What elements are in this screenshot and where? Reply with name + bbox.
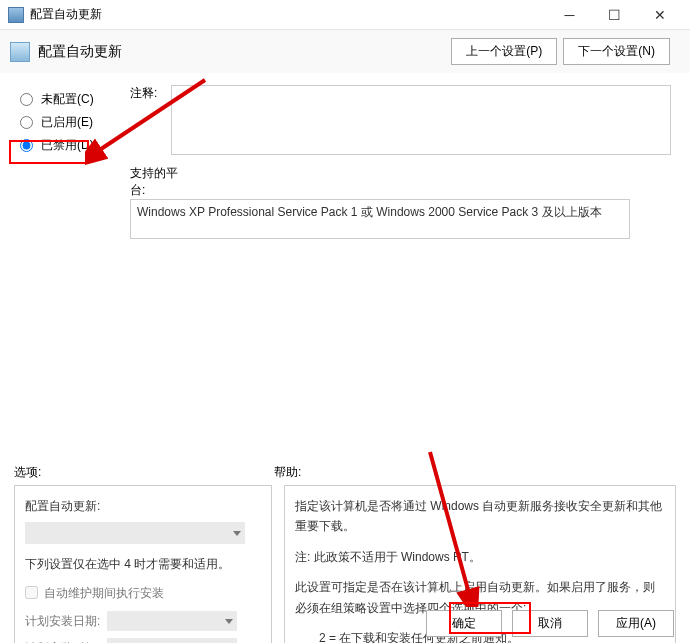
schedule-time-dropdown[interactable] bbox=[107, 638, 237, 643]
comment-label: 注释: bbox=[130, 85, 168, 102]
radio-label: 未配置(C) bbox=[41, 91, 94, 108]
radio-label: 已禁用(D) bbox=[41, 137, 94, 154]
options-label: 选项: bbox=[14, 464, 274, 481]
cancel-button[interactable]: 取消 bbox=[512, 610, 588, 637]
state-radio-group: 未配置(C) 已启用(E) 已禁用(D) bbox=[0, 73, 110, 154]
schedule-time-row: 计划安装时间: bbox=[25, 638, 261, 643]
minimize-button[interactable]: ─ bbox=[547, 0, 592, 30]
radio-enabled[interactable]: 已启用(E) bbox=[20, 114, 100, 131]
schedule-date-dropdown[interactable] bbox=[107, 611, 237, 631]
platform-text: Windows XP Professional Service Pack 1 或… bbox=[130, 199, 630, 239]
prev-setting-button[interactable]: 上一个设置(P) bbox=[451, 38, 557, 65]
options-panel: 配置自动更新: 下列设置仅在选中 4 时才需要和适用。 自动维护期间执行安装 计… bbox=[14, 485, 272, 643]
help-p1: 指定该计算机是否将通过 Windows 自动更新服务接收安全更新和其他重要下载。 bbox=[295, 496, 665, 537]
ok-button[interactable]: 确定 bbox=[426, 610, 502, 637]
update-mode-dropdown[interactable] bbox=[25, 522, 245, 544]
titlebar: 配置自动更新 ─ ☐ ✕ bbox=[0, 0, 690, 30]
note-text: 下列设置仅在选中 4 时才需要和适用。 bbox=[25, 554, 261, 574]
help-p2: 注: 此政策不适用于 Windows RT。 bbox=[295, 547, 665, 567]
comment-textarea[interactable] bbox=[171, 85, 671, 155]
help-label: 帮助: bbox=[274, 464, 301, 481]
app-icon bbox=[8, 7, 24, 23]
comment-area: 注释: 支持的平台: Windows XP Professional Servi… bbox=[130, 73, 690, 239]
apply-button[interactable]: 应用(A) bbox=[598, 610, 674, 637]
window-title: 配置自动更新 bbox=[30, 6, 547, 23]
radio-label: 已启用(E) bbox=[41, 114, 93, 131]
radio-disabled[interactable]: 已禁用(D) bbox=[20, 137, 100, 154]
maximize-button[interactable]: ☐ bbox=[592, 0, 637, 30]
footer-buttons: 确定 取消 应用(A) bbox=[426, 610, 674, 637]
schedule-date-row: 计划安装日期: bbox=[25, 611, 261, 631]
platform-label: 支持的平台: bbox=[130, 165, 192, 199]
radio-not-configured[interactable]: 未配置(C) bbox=[20, 91, 100, 108]
next-setting-button[interactable]: 下一个设置(N) bbox=[563, 38, 670, 65]
header-title: 配置自动更新 bbox=[38, 43, 451, 61]
schedule-date-label: 计划安装日期: bbox=[25, 611, 105, 631]
policy-icon bbox=[10, 42, 30, 62]
options-panel-title: 配置自动更新: bbox=[25, 496, 261, 516]
header: 配置自动更新 上一个设置(P) 下一个设置(N) bbox=[0, 30, 690, 73]
close-button[interactable]: ✕ bbox=[637, 0, 682, 30]
cb-maintenance-install[interactable]: 自动维护期间执行安装 bbox=[25, 583, 261, 603]
schedule-time-label: 计划安装时间: bbox=[25, 638, 105, 643]
